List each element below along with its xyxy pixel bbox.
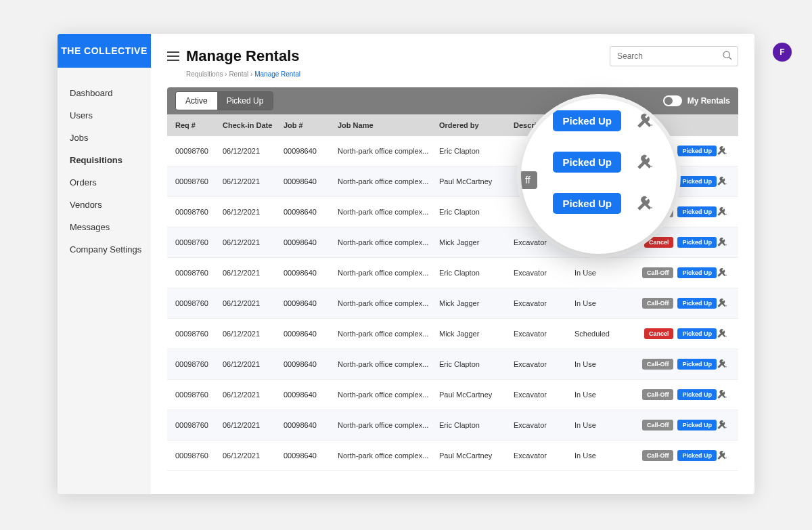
cell-checkin: 06/12/2021 [223,177,284,185]
cell-req: 00098760 [175,238,223,246]
toggle-switch[interactable] [663,95,682,106]
picked-up-button[interactable]: Picked Up [553,193,621,214]
wrench-icon[interactable] [717,359,730,370]
cell-checkin: 06/12/2021 [223,208,284,216]
sidebar: THE COLLECTIVE DashboardUsersJobsRequisi… [58,34,151,494]
cell-job: 00098640 [284,238,338,246]
cell-ordered: Eric Clapton [439,360,514,368]
wrench-icon[interactable] [717,146,730,156]
pickedup-button[interactable]: Picked Up [677,237,717,248]
breadcrumb-item[interactable]: Rental [229,70,248,78]
cell-req: 00098760 [175,177,223,185]
sidebar-item-requisitions[interactable]: Requisitions [70,155,151,165]
breadcrumb-item-current: Manage Rental [254,70,300,78]
menu-icon[interactable] [167,51,179,61]
avatar[interactable]: F [773,43,792,62]
tab-active[interactable]: Active [176,92,217,110]
sidebar-item-company-settings[interactable]: Company Settings [70,244,151,255]
table-row: 0009876006/12/202100098640North-park off… [167,441,738,471]
pickedup-button[interactable]: Picked Up [677,359,717,370]
search-icon[interactable] [722,50,733,61]
cell-job: 00098640 [284,147,338,155]
table-row: 0009876006/12/202100098640North-park off… [167,319,738,349]
row-actions: Call-OffPicked Up [635,389,717,400]
col-ordered: Ordered by [439,121,514,129]
cell-job: 00098640 [284,330,338,338]
pickedup-button[interactable]: Picked Up [677,298,717,309]
sidebar-item-users[interactable]: Users [70,110,151,120]
col-req: Req # [175,121,223,129]
sidebar-item-orders[interactable]: Orders [70,177,151,187]
wrench-icon[interactable] [717,328,730,339]
table-row: 0009876006/12/202100098640North-park off… [167,288,738,319]
wrench-icon[interactable] [636,195,654,213]
cancel-button[interactable]: Cancel [644,237,674,248]
cell-checkin: 06/12/2021 [223,269,284,277]
breadcrumb-item[interactable]: Requisitions [186,70,223,78]
sidebar-item-jobs[interactable]: Jobs [70,133,151,143]
search-input[interactable] [610,46,738,66]
cell-jobname: North-park office complex... [338,299,439,307]
cell-job: 00098640 [284,208,338,216]
wrench-icon[interactable] [717,176,730,187]
sidebar-item-messages[interactable]: Messages [70,222,151,232]
cell-req: 00098760 [175,421,223,429]
cell-checkin: 06/12/2021 [223,147,284,155]
pickedup-button[interactable]: Picked Up [677,450,717,461]
cell-req: 00098760 [175,269,223,277]
pickedup-button[interactable]: Picked Up [677,420,717,430]
wrench-icon[interactable] [717,298,730,309]
cell-status: In Use [574,269,635,277]
calloff-button[interactable]: Call-Off [642,298,674,309]
wrench-icon[interactable] [717,450,730,461]
table-row: 0009876006/12/202100098640North-park off… [167,410,738,441]
pickedup-button[interactable]: Picked Up [677,176,717,187]
cell-req: 00098760 [175,299,223,307]
cell-jobname: North-park office complex... [338,421,439,429]
picked-up-button[interactable]: Picked Up [553,110,621,131]
wrench-icon[interactable] [717,267,730,278]
pickedup-button[interactable]: Picked Up [677,267,717,278]
cell-status: In Use [574,391,635,399]
cell-req: 00098760 [175,208,223,216]
app-window: THE COLLECTIVE DashboardUsersJobsRequisi… [58,34,754,494]
calloff-button[interactable]: Call-Off [642,267,674,278]
wrench-icon[interactable] [717,237,730,248]
table-row: 0009876006/12/202100098640North-park off… [167,258,738,288]
calloff-button[interactable]: Call-Off [642,450,674,461]
cell-req: 00098760 [175,360,223,368]
wrench-icon[interactable] [636,154,654,171]
cell-jobname: North-park office complex... [338,391,439,399]
cell-status: In Use [574,360,635,368]
page-title: Manage Rentals [186,47,300,65]
cell-job: 00098640 [284,177,338,185]
call-off-button-fragment[interactable]: ff [521,171,537,189]
pickedup-button[interactable]: Picked Up [677,328,717,339]
cell-status: Scheduled [574,330,635,338]
calloff-button[interactable]: Call-Off [642,420,674,430]
tab-picked-up[interactable]: Picked Up [217,92,273,110]
svg-line-1 [729,57,731,60]
cancel-button[interactable]: Cancel [644,328,674,339]
breadcrumb: Requisitions › Rental › Manage Rental [186,70,738,78]
cell-jobname: North-park office complex... [338,147,439,155]
cell-desc: Excavator [514,269,574,277]
wrench-icon[interactable] [717,389,730,400]
cell-jobname: North-park office complex... [338,238,439,246]
my-rentals-toggle: My Rentals [663,95,730,106]
pickedup-button[interactable]: Picked Up [677,389,717,400]
wrench-icon[interactable] [717,206,730,217]
cell-job: 00098640 [284,299,338,307]
wrench-icon[interactable] [717,420,730,430]
pickedup-button[interactable]: Picked Up [677,146,717,156]
cell-jobname: North-park office complex... [338,330,439,338]
topbar: Manage Rentals [167,46,738,66]
cell-req: 00098760 [175,330,223,338]
calloff-button[interactable]: Call-Off [642,389,674,400]
sidebar-item-vendors[interactable]: Vendors [70,200,151,210]
sidebar-item-dashboard[interactable]: Dashboard [70,88,151,98]
cell-checkin: 06/12/2021 [223,238,284,246]
pickedup-button[interactable]: Picked Up [677,206,717,217]
calloff-button[interactable]: Call-Off [642,359,674,370]
picked-up-button[interactable]: Picked Up [553,152,621,173]
